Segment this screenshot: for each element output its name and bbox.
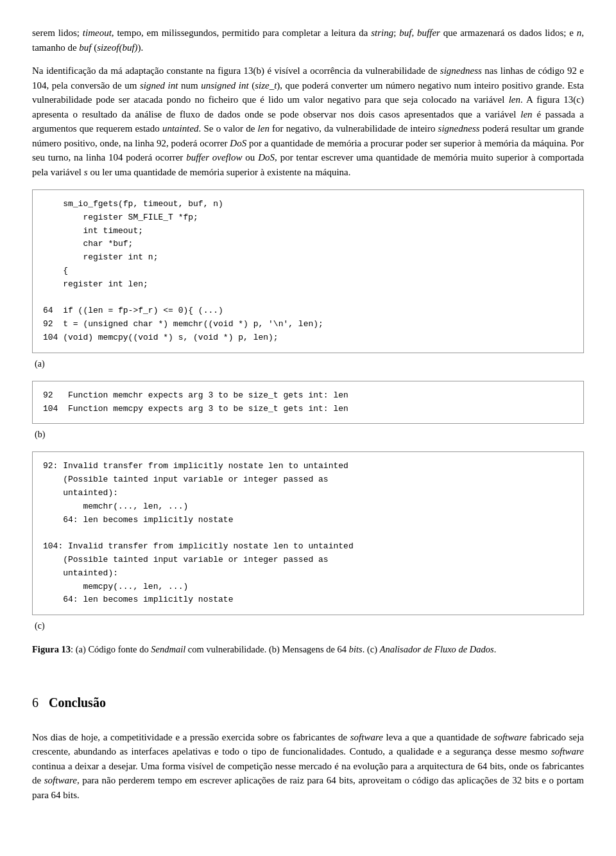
para1-text: serem lidos; timeout, tempo, em milisseg… [32, 26, 584, 55]
code-box-c: 92: Invalid transfer from implicitly nos… [32, 451, 584, 615]
code-box-a: sm_io_fgets(fp, timeout, buf, n) registe… [32, 189, 584, 353]
label-b: (b) [35, 428, 584, 441]
figure-caption: Figura 13: (a) Código fonte do Sendmail … [32, 643, 584, 657]
para2-text: Na identificação da má adaptação constan… [32, 64, 584, 179]
section-number: 6 [32, 693, 38, 712]
section-heading-row: 6 Conclusão [32, 670, 584, 721]
intro-paragraphs: serem lidos; timeout, tempo, em milisseg… [32, 26, 584, 179]
section-title: Conclusão [49, 693, 106, 712]
label-c: (c) [35, 619, 584, 633]
paragraph-1: serem lidos; timeout, tempo, em milisseg… [32, 26, 584, 55]
code-box-b: 92 Function memchr expects arg 3 to be s… [32, 381, 584, 424]
figure-caption-text: : (a) Código fonte do Sendmail com vulne… [71, 644, 496, 654]
conclusion-paragraph-1: Nos dias de hoje, a competitividade e a … [32, 730, 584, 803]
label-a: (a) [35, 357, 584, 371]
figure-caption-bold: Figura 13 [32, 644, 71, 654]
paragraph-2: Na identificação da má adaptação constan… [32, 64, 584, 179]
page-content: serem lidos; timeout, tempo, em milisseg… [32, 26, 584, 802]
conc1-text: Nos dias de hoje, a competitividade e a … [32, 730, 584, 803]
